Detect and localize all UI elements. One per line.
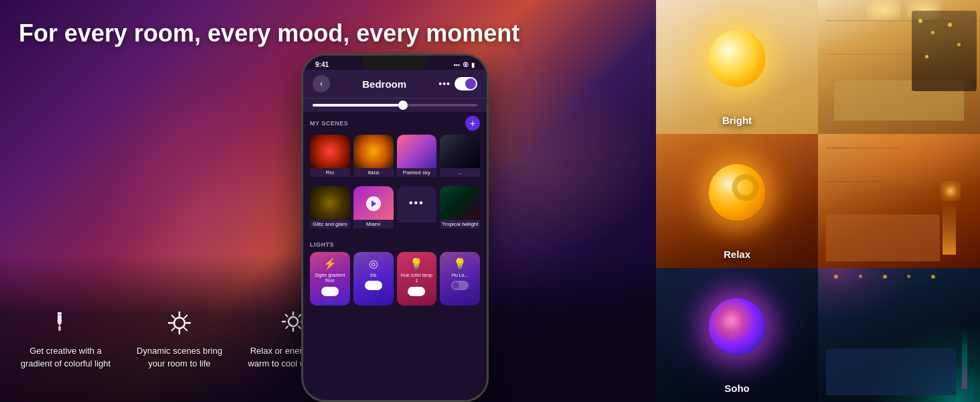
soho-lamp-post — [962, 328, 967, 389]
scenes-label: MY SCENES — [310, 120, 348, 127]
relax-label: Relax — [724, 249, 750, 260]
lights-grid: ⚡ Signe gradient floor ◎ Iris — [310, 252, 480, 306]
pink-light-accent — [818, 268, 915, 322]
phone-mockup: 9:41 ▪▪▪ ⦿ ▮ ‹ Bedroom ••• — [301, 54, 489, 402]
iris-icon: ◎ — [369, 257, 378, 270]
svg-line-16 — [299, 315, 301, 317]
lights-label: LIGHTS — [310, 241, 334, 248]
lights-header: LIGHTS — [310, 241, 480, 248]
hue-lamp-toggle[interactable] — [451, 281, 469, 290]
scene-name-rio: Rio — [310, 168, 350, 177]
room-title: Bedroom — [335, 78, 433, 90]
light-card-hue-lamp[interactable]: 💡 Hu La... — [440, 252, 480, 306]
iris-toggle-knob — [374, 282, 381, 289]
soho-dot-3 — [883, 275, 887, 279]
mood-card-relax-orb[interactable]: Relax — [656, 134, 818, 268]
lights-section: LIGHTS ⚡ Signe gradient floor — [303, 239, 487, 308]
header-actions: ••• — [438, 77, 477, 90]
signal-icon: ▪▪▪ — [453, 62, 460, 68]
scene-card-glitz[interactable]: Glitz and glam — [310, 186, 350, 234]
back-button[interactable]: ‹ — [313, 75, 330, 92]
phone-screen: 9:41 ▪▪▪ ⦿ ▮ ‹ Bedroom ••• — [303, 56, 487, 400]
bright-orb — [709, 30, 766, 87]
app-header: ‹ Bedroom ••• — [303, 70, 487, 98]
bright-label: Bright — [722, 115, 752, 126]
slider-thumb[interactable] — [398, 100, 408, 110]
scene-name-glitz: Glitz and glam — [310, 220, 350, 228]
toggle-knob — [465, 78, 476, 89]
status-icons: ▪▪▪ ⦿ ▮ — [453, 62, 475, 68]
brightness-slider-container — [303, 98, 487, 112]
battery-icon: ▮ — [471, 62, 475, 68]
mood-card-bright-room[interactable] — [818, 0, 980, 134]
hue-color-toggle[interactable] — [408, 287, 425, 296]
svg-line-19 — [299, 326, 301, 328]
scenes-section: MY SCENES + Rio Ibi — [303, 112, 487, 239]
light-dot-5 — [925, 55, 928, 58]
scene-card-dots[interactable]: ••• — [397, 186, 437, 234]
svg-rect-1 — [57, 314, 62, 316]
scene-name-miami: Miami — [353, 220, 394, 228]
light-card-iris[interactable]: ◎ Iris — [353, 252, 394, 306]
slider-fill — [313, 104, 403, 107]
page-wrapper: For every room, every mood, every moment… — [0, 0, 980, 402]
mood-card-relax-room[interactable] — [818, 134, 980, 268]
light-card-signe[interactable]: ⚡ Signe gradient floor — [310, 252, 350, 306]
mood-card-soho-room[interactable] — [818, 268, 980, 402]
soho-orb — [709, 298, 766, 355]
play-triangle-miami — [372, 200, 376, 207]
svg-line-13 — [286, 315, 288, 317]
light-card-hue-color[interactable]: 💡 Hue color lamp 1 — [397, 252, 437, 306]
relax-orb — [709, 164, 766, 221]
signe-toggle[interactable] — [321, 287, 339, 296]
svg-rect-0 — [58, 326, 61, 331]
slider-track[interactable] — [313, 104, 477, 107]
mood-card-bright-orb[interactable]: Bright — [656, 0, 818, 134]
scene-card-placeholder[interactable]: ... — [440, 135, 480, 183]
svg-line-8 — [184, 328, 187, 331]
more-options-button[interactable]: ••• — [438, 78, 451, 89]
scenes-header: MY SCENES + — [310, 116, 480, 131]
svg-point-2 — [174, 318, 185, 328]
iris-name: Iris — [370, 273, 376, 278]
scene-thumb-glitz — [310, 186, 350, 220]
svg-line-10 — [172, 328, 175, 331]
soho-orb-container — [709, 298, 766, 355]
scene-card-tropical[interactable]: Tropical twilight — [440, 186, 480, 234]
add-scene-button[interactable]: + — [465, 116, 480, 131]
scene-name-placeholder: ... — [440, 168, 480, 177]
mood-card-soho-orb[interactable]: Soho — [656, 268, 818, 402]
scene-thumb-ibiza — [353, 135, 394, 168]
scene-card-painted-sky[interactable]: Painted sky — [397, 135, 437, 183]
window-area — [912, 11, 977, 91]
room-power-toggle[interactable] — [455, 77, 477, 90]
svg-line-18 — [286, 326, 288, 328]
iris-toggle[interactable] — [365, 281, 382, 290]
right-panel: Bright — [656, 0, 980, 402]
hue-lamp-name: Hu La... — [452, 273, 469, 278]
soho-dot-2 — [859, 275, 862, 278]
scene-thumb-rio — [310, 135, 350, 168]
scene-card-miami[interactable]: Miami — [353, 186, 394, 234]
hue-lamp-toggle-knob — [453, 282, 459, 289]
scene-name-tropical: Tropical twilight — [440, 220, 480, 228]
phone-frame: 9:41 ▪▪▪ ⦿ ▮ ‹ Bedroom ••• — [301, 54, 489, 402]
wifi-icon: ⦿ — [463, 62, 469, 68]
scene-card-rio[interactable]: Rio — [310, 135, 350, 183]
scene-thumb-placeholder — [440, 135, 480, 168]
scene-card-ibiza[interactable]: Ibiza — [353, 135, 394, 183]
light-dot-1 — [918, 19, 922, 23]
feature-dynamic-scenes: Dynamic scenes bring your room to life — [133, 306, 226, 382]
hero-section: For every room, every mood, every moment… — [0, 0, 656, 402]
hero-heading: For every room, every mood, every moment — [19, 19, 519, 48]
status-time: 9:41 — [315, 61, 329, 68]
relax-orb-container — [709, 164, 766, 221]
signe-toggle-knob — [331, 288, 337, 295]
feature-text-dynamic: Dynamic scenes bring your room to life — [133, 345, 226, 369]
sparkle-icon — [163, 306, 196, 340]
svg-line-7 — [172, 316, 175, 318]
scene-name-dots — [397, 220, 437, 222]
relax-orb-crescent — [732, 174, 759, 201]
hue-color-name: Hue color lamp 1 — [401, 273, 433, 284]
scenes-grid: Rio Ibiza Painted sky — [310, 135, 480, 234]
